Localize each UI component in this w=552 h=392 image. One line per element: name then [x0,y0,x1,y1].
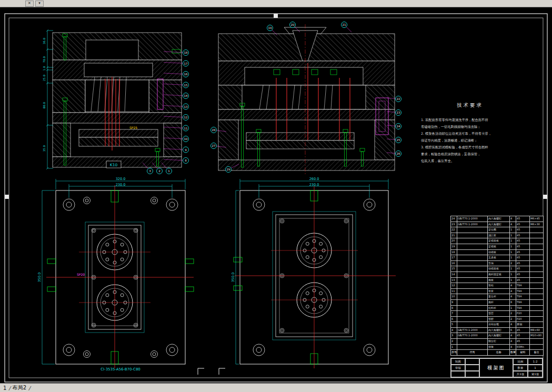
bom-cell: 45 [516,249,530,255]
bom-cell [530,316,544,322]
bom-cell [457,260,488,266]
bom-cell: M6×45 [530,216,544,222]
bom-cell: 导套 [488,288,510,294]
dim-label: 80.0 [43,102,46,108]
bom-row: 9推杆8T8A [451,299,544,305]
bom-cell: 16 [451,260,457,266]
bom-cell: 2 [451,339,457,345]
tab-layout2[interactable]: 布局2 [13,384,26,391]
bom-cell: 拉料杆 [488,305,510,311]
bom-cell [530,244,544,249]
dim-label: 36.0 [43,37,46,44]
bom-cell: 定位圈 [488,227,510,233]
bom-cell: 8 [510,299,516,305]
bom-cell: 65Mn [516,344,530,350]
bom-cell: 名称 [488,350,510,356]
bom-row: 13推板145 [451,277,544,283]
bom-cell: 45 [516,272,530,277]
balloon-label: 14 [184,94,188,97]
bom-cell: 24 [451,216,457,222]
toolbar-close-button[interactable]: ✕ [25,1,34,7]
bom-cell [530,272,544,277]
bom-cell: 4 [451,327,457,333]
dim-label: 35.0 [43,145,46,152]
bom-cell: 19 [451,244,457,249]
technical-requirements: 技术要求 1. 装配前所有零件均需清洗干净，配合面不得 有磕碰划伤，一切毛刺残留… [421,102,491,163]
bom-cell: GB/T70.1-2000 [457,333,488,339]
bom-cell: P20 [516,311,530,317]
bom-cell: M10×80 [530,333,544,339]
bom-cell: 4 [510,294,516,300]
bom-cell: 20 [451,238,457,244]
centering-mark-left [5,195,9,199]
tech-line: 3. 模腔装配后试模检验，各成型尺寸符合图样 [421,145,488,149]
bom-cell: 1 [510,227,516,233]
balloon-label: 2 [158,169,160,173]
bom-cell: 6 [510,327,516,333]
plan-view-left: SP20 320.0 230.0 350.0 CI-3535-A56-B70-C… [37,177,194,371]
balloon-label: 29 [227,168,230,171]
bom-row: 20定模座板145 [451,238,544,244]
bom-cell [530,260,544,266]
bom-cell [530,305,544,311]
bom-cell: 4 [510,344,516,350]
bom-cell [457,294,488,300]
model-tab[interactable]: 1 [3,385,6,391]
bom-header-row: 序号代号名称数量材料备注 [451,350,544,356]
bom-row: 17支承板145 [451,255,544,261]
bom-cell: 7 [451,311,457,317]
bom-cell: 13 [451,277,457,283]
bom-cell: 2 [510,311,516,317]
tab-separator-2: / [28,385,30,391]
k-label: K10 [110,163,118,167]
parts-list-table: 24GB/T70.1-2000内六角螺钉445M6×4523GB/T70.1-2… [450,216,544,356]
bom-cell: 1 [510,272,516,277]
bom-cell: 数量 [510,350,516,356]
bom-cell: 复位杆 [488,294,510,300]
checked-label: 审核 [451,365,465,371]
bom-cell [530,344,544,350]
bom-cell: 限位钉 [488,339,510,345]
bom-cell: 45 [516,227,530,233]
bom-cell: 45 [516,255,530,261]
bom-row: 8拉料杆1T8A [451,305,544,311]
bom-cell: 定模板 [488,244,510,249]
dimensions [236,179,388,364]
bom-cell [530,311,544,317]
bom-cell: 45 [516,266,530,272]
bom-row: 4GB/T70.1-2000内六角螺钉645M8×60 [451,327,544,333]
drawing-title: 模架图 [479,358,513,377]
balloon-label: 3 [149,169,151,173]
bom-cell [530,294,544,300]
dim-side: 350.0 [231,273,235,283]
bom-cell: 9 [451,299,457,305]
sp-label: SP25 [129,126,137,129]
balloon-label: 15 [184,84,188,87]
bom-cell: 推板 [488,277,510,283]
bom-cell: 内六角螺钉 [488,216,510,222]
balloon-label: 16 [184,73,188,76]
bom-row: 7型芯2P20 [451,311,544,317]
dim-label: 1.0 [43,66,46,71]
bom-cell: GB/T70.1-2000 [457,222,488,227]
bom-cell [457,311,488,317]
bom-cell [530,283,544,289]
toolbar-dropdown-button[interactable]: ▾ [35,1,44,7]
bom-cell: P20 [516,316,530,322]
bom-cell: 4 [510,339,516,345]
bom-cell: 1 [510,244,516,249]
bom-cell: 45 [516,333,530,339]
bom-cell [530,277,544,283]
bom-cell: T8A [516,283,530,289]
bom-cell: 冷却水嘴 [488,322,510,328]
moldbase-code: CI-3535-A56-B70-C80 [101,367,140,371]
bom-cell: 推杆 [488,299,510,305]
bom-cell: 支承板 [488,255,510,261]
bom-cell [457,339,488,345]
bom-cell: 45 [516,260,530,266]
bom-row: 23GB/T70.1-2000内六角螺钉445M6×30 [451,222,544,227]
balloon-label: 20 [291,23,295,26]
bom-cell [457,249,488,255]
bom-cell: 17 [451,255,457,261]
bom-cell: 4 [510,288,516,294]
